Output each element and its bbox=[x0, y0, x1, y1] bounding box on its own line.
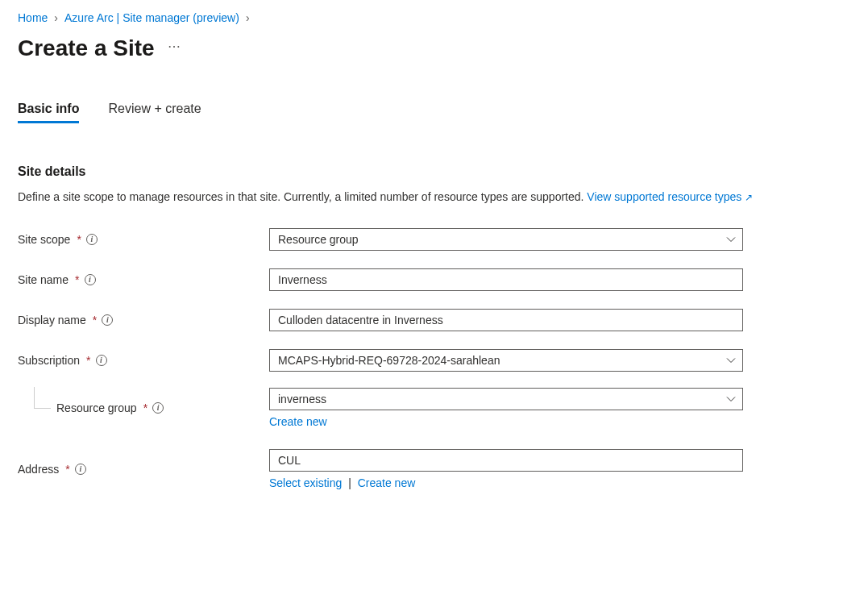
required-indicator: * bbox=[65, 463, 69, 476]
resource-group-select[interactable]: inverness bbox=[269, 388, 743, 410]
external-link-icon: ↗ bbox=[745, 192, 753, 203]
divider: | bbox=[348, 476, 351, 489]
display-name-label: Display name bbox=[18, 314, 86, 326]
chevron-down-icon bbox=[726, 356, 736, 365]
breadcrumb-home[interactable]: Home bbox=[18, 11, 48, 24]
resource-group-create-new-link[interactable]: Create new bbox=[269, 415, 327, 428]
tab-basic-info[interactable]: Basic info bbox=[18, 102, 79, 123]
address-input[interactable] bbox=[269, 449, 743, 472]
breadcrumb: Home › Azure Arc | Site manager (preview… bbox=[18, 11, 850, 24]
site-details-section: Site details Define a site scope to mana… bbox=[18, 164, 850, 489]
tab-bar: Basic info Review + create bbox=[18, 102, 850, 123]
required-indicator: * bbox=[143, 401, 147, 414]
site-scope-label: Site scope bbox=[18, 233, 70, 246]
address-create-new-link[interactable]: Create new bbox=[358, 476, 416, 489]
display-name-input[interactable] bbox=[269, 309, 743, 331]
address-select-existing-link[interactable]: Select existing bbox=[269, 476, 342, 489]
chevron-down-icon bbox=[726, 235, 736, 244]
subscription-select[interactable]: MCAPS-Hybrid-REQ-69728-2024-sarahlean bbox=[269, 349, 743, 372]
tab-review-create[interactable]: Review + create bbox=[108, 102, 201, 123]
required-indicator: * bbox=[77, 233, 81, 246]
supported-resource-types-link[interactable]: View supported resource types↗ bbox=[587, 190, 753, 203]
info-icon[interactable]: i bbox=[85, 274, 96, 285]
chevron-down-icon bbox=[726, 394, 736, 404]
site-scope-select[interactable]: Resource group bbox=[269, 228, 743, 251]
info-icon[interactable]: i bbox=[75, 464, 86, 475]
subscription-label: Subscription bbox=[18, 354, 80, 367]
chevron-right-icon: › bbox=[54, 11, 58, 24]
required-indicator: * bbox=[86, 354, 90, 367]
info-icon[interactable]: i bbox=[86, 234, 98, 245]
info-icon[interactable]: i bbox=[152, 402, 164, 414]
breadcrumb-parent[interactable]: Azure Arc | Site manager (preview) bbox=[64, 11, 239, 24]
address-label: Address bbox=[18, 463, 59, 476]
section-description: Define a site scope to manage resources … bbox=[18, 189, 824, 206]
site-name-label: Site name bbox=[18, 273, 69, 286]
chevron-right-icon: › bbox=[246, 11, 250, 24]
info-icon[interactable]: i bbox=[102, 314, 113, 326]
required-indicator: * bbox=[75, 273, 79, 286]
required-indicator: * bbox=[93, 314, 97, 326]
site-name-input[interactable] bbox=[269, 268, 743, 291]
section-heading: Site details bbox=[18, 164, 850, 179]
resource-group-label: Resource group bbox=[56, 401, 137, 414]
page-title: Create a Site bbox=[18, 35, 155, 61]
info-icon[interactable]: i bbox=[96, 355, 107, 366]
more-menu-button[interactable]: ⋯ bbox=[168, 39, 181, 54]
